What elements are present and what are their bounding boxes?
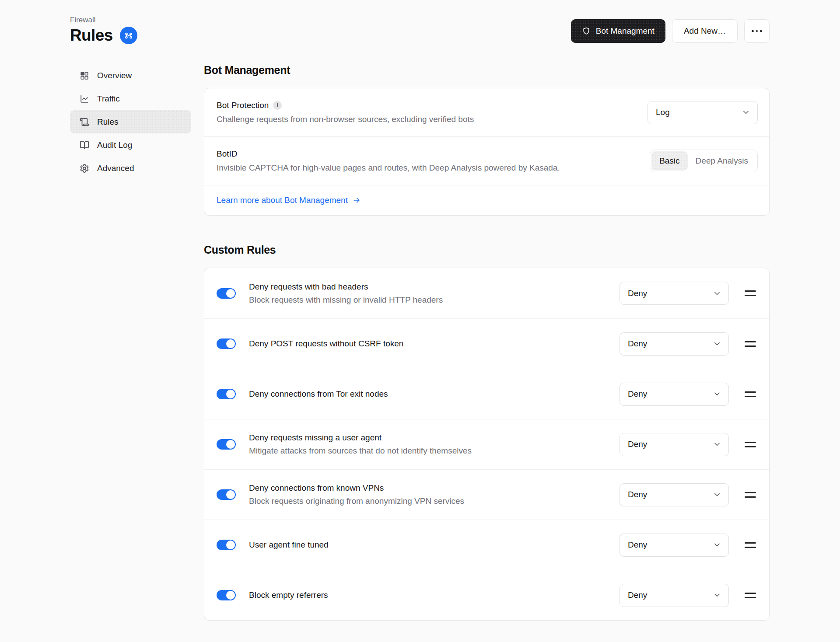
bot-management-card: Bot Protection i Challenge requests from… <box>204 88 770 216</box>
arrow-right-icon <box>352 196 361 205</box>
custom-rule-row: Block empty referrers Deny <box>204 570 769 620</box>
sidebar-item-label: Overview <box>97 71 132 80</box>
custom-rules-list: Deny requests with bad headers Block req… <box>204 268 769 620</box>
custom-rules-heading: Custom Rules <box>204 244 770 256</box>
custom-rule-row: Deny requests missing a user agent Mitig… <box>204 419 769 469</box>
sidebar-item-traffic[interactable]: Traffic <box>70 87 191 110</box>
info-icon[interactable]: i <box>273 101 282 110</box>
bot-management-button-label: Bot Managment <box>596 26 654 36</box>
gear-icon <box>80 164 89 173</box>
bot-protection-select[interactable]: Log <box>648 101 758 124</box>
chevron-down-icon <box>713 541 721 549</box>
segment-basic[interactable]: Basic <box>651 151 687 171</box>
scroll-icon <box>80 117 89 127</box>
bot-protection-select-value: Log <box>656 108 670 117</box>
custom-rule-row: Deny connections from Tor exit nodes Den… <box>204 369 769 419</box>
sidebar: Overview Traffic Rules Audit Log Advance… <box>70 64 191 180</box>
more-options-button[interactable] <box>744 19 770 43</box>
rule-action-select[interactable]: Deny <box>620 534 729 557</box>
drag-handle-icon[interactable] <box>745 441 756 448</box>
rule-title: Block empty referrers <box>249 590 328 600</box>
rule-title: Deny requests missing a user agent <box>249 433 472 443</box>
rule-description: Mitigate attacks from sources that do no… <box>249 446 472 456</box>
sidebar-item-label: Traffic <box>97 94 120 104</box>
chevron-down-icon <box>713 490 721 499</box>
custom-rule-row: User agent fine tuned Deny <box>204 520 769 570</box>
rule-title: Deny requests with bad headers <box>249 282 443 292</box>
rule-action-value: Deny <box>628 440 647 449</box>
header-actions: Bot Managment Add New… <box>571 19 770 43</box>
rule-toggle[interactable] <box>217 590 236 600</box>
rule-action-select[interactable]: Deny <box>620 433 729 456</box>
rule-action-select[interactable]: Deny <box>620 584 729 607</box>
rule-title: Deny POST requests without CSRF token <box>249 339 403 349</box>
add-new-button[interactable]: Add New… <box>672 19 738 43</box>
rule-toggle[interactable] <box>217 338 236 349</box>
main-content: Bot Management Bot Protection i Challeng… <box>204 64 770 621</box>
botid-row: BotID Invisible CAPTCHA for high-value p… <box>204 136 769 185</box>
sidebar-item-audit-log[interactable]: Audit Log <box>70 133 191 157</box>
chevron-down-icon <box>713 390 721 398</box>
learn-more-link[interactable]: Learn more about Bot Management <box>217 195 361 205</box>
sidebar-item-label: Audit Log <box>97 140 132 150</box>
sidebar-item-label: Advanced <box>97 164 134 173</box>
rule-toggle[interactable] <box>217 439 236 450</box>
bot-management-button[interactable]: Bot Managment <box>571 19 665 43</box>
rule-action-value: Deny <box>628 289 647 298</box>
rule-action-select[interactable]: Deny <box>620 383 729 406</box>
drag-handle-icon[interactable] <box>745 491 756 499</box>
page-header: Firewall Rules Bot M <box>70 16 770 45</box>
chevron-down-icon <box>742 108 750 117</box>
rule-toggle[interactable] <box>217 489 236 500</box>
botid-text: BotID Invisible CAPTCHA for high-value p… <box>217 149 560 173</box>
chevron-down-icon <box>713 289 721 298</box>
sidebar-item-overview[interactable]: Overview <box>70 64 191 87</box>
breadcrumb: Firewall <box>70 16 137 24</box>
learn-more-label: Learn more about Bot Management <box>217 195 348 205</box>
rule-action-select[interactable]: Deny <box>620 483 729 506</box>
rule-title: Deny connections from Tor exit nodes <box>249 389 388 399</box>
bot-protection-description: Challenge requests from non-browser sour… <box>217 115 474 124</box>
drag-handle-icon[interactable] <box>745 541 756 549</box>
chevron-down-icon <box>713 591 721 600</box>
custom-rule-row: Deny POST requests without CSRF token De… <box>204 318 769 369</box>
rule-action-select[interactable]: Deny <box>620 332 729 356</box>
custom-rule-row: Deny connections from known VPNs Block r… <box>204 469 769 520</box>
learn-more-row: Learn more about Bot Management <box>204 185 769 215</box>
drag-handle-icon[interactable] <box>745 592 756 599</box>
rule-toggle[interactable] <box>217 389 236 399</box>
grid-icon <box>80 71 89 80</box>
drag-handle-icon[interactable] <box>745 340 756 348</box>
botid-description: Invisible CAPTCHA for high-value pages a… <box>217 163 560 173</box>
rule-title: Deny connections from known VPNs <box>249 483 464 493</box>
rule-action-value: Deny <box>628 389 647 399</box>
book-open-icon <box>80 140 89 150</box>
rule-toggle[interactable] <box>217 288 236 299</box>
drag-handle-icon[interactable] <box>745 290 756 297</box>
bot-route-icon <box>120 27 137 44</box>
shield-icon <box>582 27 591 35</box>
bot-protection-row: Bot Protection i Challenge requests from… <box>204 88 769 136</box>
sidebar-item-advanced[interactable]: Advanced <box>70 157 191 180</box>
sidebar-item-label: Rules <box>97 117 119 127</box>
bot-protection-text: Bot Protection i Challenge requests from… <box>217 101 474 124</box>
segment-deep-analysis[interactable]: Deep Analysis <box>688 151 756 171</box>
bot-protection-title: Bot Protection <box>217 101 269 110</box>
bot-management-heading: Bot Management <box>204 64 770 77</box>
botid-title: BotID <box>217 149 238 159</box>
rule-action-select[interactable]: Deny <box>620 282 729 305</box>
page-title-block: Firewall Rules <box>70 16 137 45</box>
sidebar-item-rules[interactable]: Rules <box>70 110 191 133</box>
botid-segmented-control: Basic Deep Analysis <box>650 150 758 172</box>
rule-action-value: Deny <box>628 339 647 349</box>
add-new-button-label: Add New… <box>684 26 726 36</box>
rule-description: Block requests originating from anonymiz… <box>249 496 464 506</box>
rule-action-value: Deny <box>628 590 647 600</box>
rule-toggle[interactable] <box>217 540 236 550</box>
page-title: Rules <box>70 26 113 45</box>
custom-rules-card: Deny requests with bad headers Block req… <box>204 268 770 621</box>
chart-line-icon <box>80 94 89 104</box>
custom-rule-row: Deny requests with bad headers Block req… <box>204 268 769 318</box>
drag-handle-icon[interactable] <box>745 391 756 398</box>
chevron-down-icon <box>713 339 721 348</box>
